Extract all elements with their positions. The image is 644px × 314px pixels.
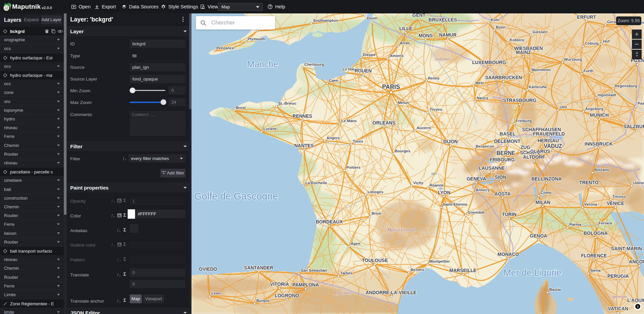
svg-text:LILLE: LILLE: [399, 26, 413, 31]
svg-text:f: f: [117, 228, 119, 232]
svg-text:Arras: Arras: [400, 41, 410, 45]
svg-text:MAINZ: MAINZ: [516, 50, 531, 55]
svg-text:LAUSANNE: LAUSANNE: [479, 165, 505, 171]
svg-text:Bastia: Bastia: [549, 287, 561, 292]
svg-text:ROUEN: ROUEN: [355, 68, 372, 73]
svg-text:Como: Como: [541, 191, 552, 195]
svg-text:TURIN: TURIN: [502, 212, 517, 217]
svg-text:ORLEANS: ORLEANS: [373, 120, 395, 125]
svg-text:Udine: Udine: [633, 181, 644, 185]
svg-text:f: f: [123, 156, 125, 160]
svg-text:Caen: Caen: [329, 78, 338, 83]
svg-text:Nancy: Nancy: [477, 96, 488, 100]
svg-text:f: f: [112, 199, 113, 203]
svg-text:Vosges: Vosges: [492, 95, 504, 100]
svg-text:Regensburg: Regensburg: [615, 84, 637, 88]
svg-text:Besancon: Besancon: [476, 144, 494, 148]
svg-text:MONS: MONS: [419, 33, 433, 38]
svg-text:Ulm: Ulm: [560, 105, 567, 109]
svg-text:Limoges: Limoges: [368, 190, 383, 194]
svg-text:Beziers: Beziers: [411, 268, 424, 272]
svg-text:Angers: Angers: [327, 136, 340, 140]
svg-text:DELEMONT: DELEMONT: [494, 139, 521, 144]
svg-text:Dover: Dover: [367, 16, 378, 20]
svg-text:SALZBURG: SALZBURG: [624, 124, 644, 129]
svg-text:Siena: Siena: [590, 268, 601, 272]
svg-text:Ardennes: Ardennes: [434, 56, 451, 61]
svg-text:Grenoble: Grenoble: [468, 210, 484, 214]
svg-text:ZUG: ZUG: [520, 145, 530, 150]
svg-text:x: x: [125, 158, 126, 161]
svg-text:Mannheim: Mannheim: [531, 68, 551, 72]
svg-text:AOSTA: AOSTA: [495, 191, 511, 197]
svg-text:x: x: [114, 215, 115, 218]
svg-text:Troyes: Troyes: [430, 107, 442, 111]
svg-text:Verona: Verona: [584, 202, 597, 206]
svg-text:Brest: Brest: [236, 106, 246, 110]
svg-text:Vichy: Vichy: [413, 181, 424, 185]
svg-text:INNSBRUCK: INNSBRUCK: [585, 141, 613, 147]
svg-text:Karlsruhe: Karlsruhe: [529, 85, 547, 89]
svg-text:f: f: [112, 243, 113, 247]
svg-text:BRUXELLES: BRUXELLES: [429, 17, 457, 22]
svg-text:FRAUENFELD: FRAUENFELD: [533, 131, 565, 137]
svg-text:La Rochelle: La Rochelle: [305, 181, 327, 185]
svg-text:x: x: [114, 201, 115, 203]
svg-text:Golfe de Gascogne: Golfe de Gascogne: [194, 191, 278, 202]
svg-text:FRIBOURG: FRIBOURG: [490, 157, 515, 162]
svg-text:x: x: [114, 245, 115, 247]
svg-text:DIJON: DIJON: [443, 139, 458, 144]
svg-text:f: f: [112, 213, 113, 217]
svg-text:x: x: [119, 259, 121, 262]
svg-text:Gera: Gera: [607, 20, 616, 24]
svg-text:Burgos: Burgos: [256, 299, 270, 303]
svg-text:GLARUS: GLARUS: [530, 149, 550, 154]
svg-text:f: f: [117, 272, 119, 276]
svg-text:TOULOUSE: TOULOUSE: [362, 258, 388, 263]
svg-text:MILAN: MILAN: [535, 200, 550, 205]
svg-text:Dieppe: Dieppe: [363, 53, 376, 57]
svg-text:Lorient: Lorient: [263, 127, 276, 131]
svg-text:Southampton: Southampton: [313, 18, 338, 22]
svg-text:Montpellier: Montpellier: [429, 259, 450, 263]
svg-text:Koblenz: Koblenz: [510, 38, 525, 42]
svg-text:BASEL: BASEL: [500, 131, 516, 137]
svg-text:GENOA: GENOA: [530, 233, 547, 239]
svg-text:SANTANDER: SANTANDER: [244, 265, 273, 270]
svg-text:MONACO: MONACO: [498, 252, 519, 257]
svg-text:Koln: Koln: [491, 18, 500, 22]
svg-text:San Sebastián: San Sebastián: [301, 268, 327, 272]
svg-text:HERISAU: HERISAU: [538, 138, 559, 143]
svg-text:SAINT-MARIN: SAINT-MARIN: [611, 246, 642, 251]
svg-text:Bonn: Bonn: [496, 25, 506, 29]
svg-text:Roanne: Roanne: [430, 183, 444, 187]
svg-text:Agen: Agen: [351, 242, 360, 246]
svg-text:BELLINZONA: BELLINZONA: [531, 176, 562, 181]
svg-text:L'AQUILA: L'AQUILA: [627, 298, 644, 303]
svg-text:SAARBRUCKEN: SAARBRUCKEN: [485, 75, 522, 80]
svg-text:SION: SION: [495, 174, 506, 180]
svg-text:ANCONA: ANCONA: [629, 259, 644, 264]
svg-text:Giessen: Giessen: [532, 30, 548, 34]
svg-text:TRENTO: TRENTO: [579, 180, 598, 185]
svg-text:Augsburg: Augsburg: [585, 107, 603, 111]
svg-text:Auxerre: Auxerre: [417, 126, 431, 130]
svg-text:BOLOGNA: BOLOGNA: [584, 230, 608, 236]
svg-text:ERFURT: ERFURT: [577, 14, 596, 20]
svg-text:Wurzburg: Wurzburg: [564, 57, 582, 61]
svg-text:Poitiers: Poitiers: [346, 165, 360, 169]
svg-text:MUNICH: MUNICH: [590, 112, 609, 118]
svg-text:Massif Central: Massif Central: [387, 227, 415, 232]
svg-text:Ferrara: Ferrara: [599, 221, 612, 225]
svg-text:BORDEAUX: BORDEAUX: [316, 219, 343, 224]
svg-text:VATICAN: VATICAN: [608, 306, 628, 311]
svg-text:f: f: [117, 257, 119, 261]
svg-text:Le Mans: Le Mans: [341, 119, 357, 123]
svg-text:Saint-Etienne: Saint-Etienne: [443, 202, 467, 206]
svg-text:Passau: Passau: [638, 101, 644, 105]
svg-text:GENT: GENT: [413, 13, 426, 18]
svg-text:VADUZ: VADUZ: [544, 143, 562, 149]
svg-text:LOGRONO: LOGRONO: [275, 293, 299, 298]
svg-text:VENICE: VENICE: [607, 201, 624, 206]
svg-text:Amiens: Amiens: [390, 54, 404, 58]
